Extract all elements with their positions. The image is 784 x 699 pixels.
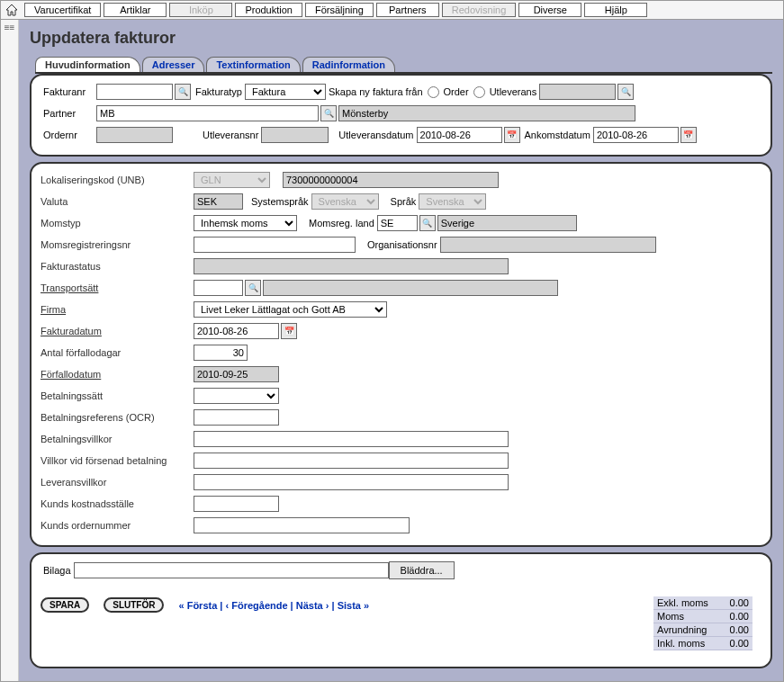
fakturadatum-input[interactable] [194,323,279,339]
momsregland-name-display [437,215,577,231]
momsregland-search-icon[interactable]: 🔍 [419,215,436,231]
kunds-kostnadsstalle-input[interactable] [194,496,279,512]
partner-search-icon[interactable]: 🔍 [320,105,337,121]
nav-prev[interactable]: ‹ Föregående [225,600,287,611]
momsregnr-input[interactable] [194,237,356,253]
utleverans-label: Utleverans [490,86,537,97]
order-radio[interactable] [428,86,439,98]
menu-item-5[interactable]: Partners [376,3,439,17]
betalningsvillkor-label: Betalningsvillkor [41,434,194,444]
inkl-moms-label: Inkl. moms [657,638,705,649]
leveransvillkor-label: Leveransvillkor [41,477,194,488]
kunds-kostnadsstalle-label: Kunds kostnadsställe [41,498,194,509]
tab-1[interactable]: Adresser [142,57,205,72]
menu-item-7[interactable]: Diverse [518,3,581,17]
totals-box: Exkl. moms0.00 Moms0.00 Avrundning0.00 I… [653,596,752,650]
sprak-label: Språk [391,196,417,207]
utleverans-radio[interactable] [473,86,485,98]
transportsatt-search-icon[interactable]: 🔍 [245,280,261,296]
partner-label: Partner [43,108,94,119]
avrundning-label: Avrundning [657,624,707,635]
systemsprak-select: Svenska [311,193,379,210]
order-label: Order [444,86,469,97]
left-gutter: ≡≡ [1,20,19,681]
gutter-menu-icon[interactable]: ≡≡ [1,23,18,32]
valuta-label: Valuta [41,196,194,207]
utleveransdatum-input[interactable] [417,127,502,143]
menu-item-3[interactable]: Produktion [235,3,302,17]
menu-item-1[interactable]: Artiklar [104,3,167,17]
fakturastatus-label: Fakturastatus [41,261,194,272]
skapa-ny-label: Skapa ny faktura från [329,86,423,97]
nav-last[interactable]: Sista » [338,600,369,611]
exkl-moms-label: Exkl. moms [657,597,708,608]
pagination-nav: « Första | ‹ Föregående | Nästa › | Sist… [178,600,369,611]
forfallodatum-label: Förfallodatum [41,369,194,380]
transportsatt-name-display [263,280,558,296]
nav-next[interactable]: Nästa › [296,600,329,611]
fakturanr-input[interactable] [96,84,173,100]
valuta-input [194,193,243,210]
transportsatt-code-input[interactable] [194,280,243,296]
momsregland-code-input[interactable] [377,215,418,231]
menu-item-4[interactable]: Försäljning [305,3,374,17]
moms-label: Moms [657,611,684,622]
ordernr-input [96,127,173,143]
exkl-moms-value: 0.00 [730,597,749,608]
menu-item-6: Redovisning [442,3,517,17]
fakturanr-label: Fakturanr [43,86,94,97]
systemsprak-label: Systemspråk [251,196,309,207]
inkl-moms-value: 0.00 [730,638,749,649]
sprak-select: Svenska [419,193,486,210]
villkor-forsenad-label: Villkor vid försenad betalning [41,455,194,466]
antal-forfallodagar-label: Antal förfallodagar [41,347,194,358]
utleveransdatum-label: Utleveransdatum [338,130,413,140]
tab-0[interactable]: Huvudinformation [35,57,140,72]
fakturanr-search-icon[interactable]: 🔍 [175,84,191,100]
browse-button[interactable]: Bläddra... [389,561,455,579]
utleveransnr-input [261,127,329,143]
page-title: Uppdatera fakturor [30,29,772,48]
transportsatt-label: Transportsätt [41,282,194,293]
utleveransdatum-calendar-icon[interactable]: 📅 [504,127,520,143]
slutfor-button[interactable]: SLUTFÖR [104,597,164,613]
betalningsreferens-input[interactable] [194,409,279,426]
villkor-forsenad-input[interactable] [194,453,509,469]
partner-name-display [338,105,635,121]
kunds-ordernummer-input[interactable] [194,517,410,533]
ankomstdatum-calendar-icon[interactable]: 📅 [680,127,697,143]
fields-panel: Lokaliseringskod (UNB) GLN Valuta System… [30,162,772,547]
forfallodatum-input [194,366,279,382]
ankomstdatum-input[interactable] [593,127,679,143]
partner-code-input[interactable] [96,105,319,121]
utleverans-input[interactable] [539,84,616,100]
utleverans-search-icon[interactable]: 🔍 [617,84,634,100]
bilaga-label: Bilaga [43,565,71,576]
firma-select[interactable]: Livet Leker Lättlagat och Gott AB [194,301,387,318]
home-icon[interactable] [5,4,19,16]
nav-first[interactable]: « Första [178,600,217,611]
menu-item-0[interactable]: Varucertifikat [24,3,101,17]
momstyp-select[interactable]: Inhemsk moms [194,215,297,231]
ankomstdatum-label: Ankomstdatum [525,130,590,140]
ordernr-label: Ordernr [43,130,94,140]
betalningssatt-select[interactable] [194,388,279,404]
antal-forfallodagar-input[interactable] [194,345,248,361]
menu-item-8[interactable]: Hjälp [584,3,647,17]
utleveransnr-label: Utleveransnr [203,130,258,140]
organisationsnr-label: Organisationsnr [367,239,437,250]
leveransvillkor-input[interactable] [194,474,509,490]
fakturadatum-calendar-icon[interactable]: 📅 [281,323,297,339]
betalningsreferens-label: Betalningsreferens (OCR) [41,412,194,423]
tab-3[interactable]: Radinformation [302,57,395,72]
fakturatyp-select[interactable]: Faktura [245,84,326,100]
lokaliseringskod-type-select[interactable]: GLN [194,172,270,188]
tab-2[interactable]: Textinformation [206,57,300,72]
betalningsvillkor-input[interactable] [194,431,509,447]
top-menu-bar: VarucertifikatArtiklarInköpProduktionFör… [1,1,783,20]
organisationsnr-input [440,237,656,253]
footer-panel: Bilaga Bläddra... SPARA SLUTFÖR « Första… [30,552,772,668]
header-panel: Fakturanr 🔍 Fakturatyp Faktura Skapa ny … [30,74,772,157]
spara-button[interactable]: SPARA [41,597,89,613]
bilaga-input[interactable] [74,562,389,578]
